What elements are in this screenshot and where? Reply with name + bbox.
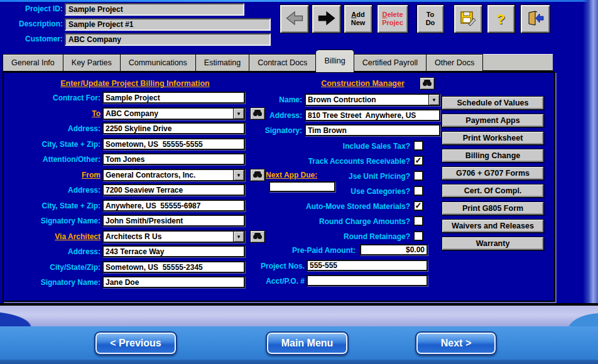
use-unit-pricing-checkbox[interactable] [413,171,423,181]
tab-communications[interactable]: Communications [121,54,196,72]
acct-po-input[interactable] [307,275,428,286]
project-id-label: Project ID: [5,4,63,13]
billing-change-button[interactable]: Billing Change [442,149,544,163]
to-combo-input[interactable] [104,109,233,119]
tab-certified-payroll[interactable]: Certified Payroll [354,54,427,72]
architect-signatory-name-input[interactable] [102,276,245,288]
tab-bar: General Info Key Parties Communications … [3,54,483,72]
via-architect-link-label[interactable]: Via Architect [6,232,101,241]
tab-other-docs[interactable]: Other Docs [427,54,483,72]
via-architect-combo-input[interactable] [104,232,233,242]
help-icon: ? [497,15,505,23]
to-combo[interactable]: ▼ [102,107,245,120]
round-charge-amounts-label: Round Charge Amounts? [264,217,410,226]
description-label: Description: [5,19,63,28]
tab-general-info[interactable]: General Info [3,54,63,72]
cert-of-compl-button[interactable]: Cert. Of Compl. [442,184,544,198]
from-combo[interactable]: ▼ [102,169,245,181]
tab-estimating[interactable]: Estimating [196,54,249,72]
tab-contract-docs[interactable]: Contract Docs [249,54,316,72]
architect-city-state-zip-input[interactable] [102,261,245,273]
warranty-button[interactable]: Warranty [442,237,544,250]
round-charge-amounts-checkbox[interactable] [413,216,423,226]
cm-name-combo[interactable]: ▼ [305,94,440,106]
architect-address-input[interactable] [102,245,245,257]
app-window: Project ID: Description: Customer: Add N… [0,0,598,364]
back-arrow-icon [285,9,304,29]
cm-address-label: Address: [239,111,302,120]
description-field[interactable] [65,18,271,31]
auto-move-stored-materials-label: Auto-Move Stored Materials? [264,202,410,211]
from-address-input[interactable] [102,184,245,196]
pre-paid-amount-input[interactable] [360,244,428,255]
print-worksheet-button[interactable]: Print Worksheet [442,131,544,145]
to-do-button[interactable]: To Do [416,4,444,33]
architect-city-state-zip-label: City/State/Zip: [6,263,101,272]
print-g805-form-button[interactable]: Print G805 Form [442,201,544,215]
dropdown-arrow-icon[interactable]: ▼ [233,232,244,242]
track-accounts-receivable-checkbox[interactable]: ✓ [413,156,423,166]
add-new-line2: New [351,19,366,27]
schedule-of-values-button[interactable]: Schedule of Values [442,96,544,110]
from-combo-input[interactable] [104,170,233,180]
main-menu-button[interactable]: Main Menu [266,331,349,355]
footer-bottom-strip [0,360,598,364]
delete-project-line2: Projec [382,19,403,27]
cm-signatory-label: Signatory: [239,126,302,135]
auto-move-stored-materials-checkbox[interactable]: ✓ [413,201,423,211]
include-sales-tax-checkbox[interactable] [413,141,423,151]
to-do-line2: Do [426,19,435,27]
to-link-label[interactable]: To [6,109,101,118]
cm-signatory-input[interactable] [305,124,440,136]
g706-g707-forms-button[interactable]: G706 + G707 Forms [442,166,544,180]
project-nos-label: Project Nos. [251,262,305,270]
dropdown-arrow-icon[interactable]: ▼ [428,95,439,105]
from-signatory-name-input[interactable] [102,215,245,227]
from-lookup-button[interactable] [250,169,265,181]
contract-for-input[interactable] [102,92,245,104]
include-sales-tax-label: Include Sales Tax? [264,142,410,151]
tab-billing[interactable]: Billing [316,50,354,72]
tab-key-parties[interactable]: Key Parties [63,54,121,72]
to-address-input[interactable] [102,122,245,134]
top-edge-highlight [0,0,598,2]
footer-curve-decoration [541,306,598,326]
to-city-state-zip-input[interactable] [102,138,245,150]
delete-project-button[interactable]: Delete Projec [377,4,408,33]
from-link-label[interactable]: From [6,171,101,179]
use-categories-checkbox[interactable] [413,186,423,196]
next-record-button[interactable] [312,4,341,33]
customer-label: Customer: [5,35,63,43]
dropdown-arrow-icon[interactable]: ▼ [233,170,244,180]
previous-record-button[interactable] [280,4,309,33]
next-page-button[interactable]: Next > [415,331,497,355]
round-retainage-checkbox[interactable] [413,231,423,241]
add-new-button[interactable]: Add New [344,4,372,33]
attention-other-input[interactable] [102,153,245,165]
architect-address-label: Address: [6,247,101,256]
payment-apps-button[interactable]: Payment Apps [442,114,544,127]
architect-lookup-button[interactable] [250,230,265,243]
exit-button[interactable] [520,4,550,33]
project-nos-input[interactable] [307,260,428,271]
project-id-field[interactable] [65,3,244,16]
from-city-state-zip-input[interactable] [102,200,245,211]
cm-name-combo-input[interactable] [306,95,428,105]
footer-gloss-band [0,306,598,326]
to-city-state-zip-label: City, State + Zip: [6,140,101,149]
round-retainage-label: Round Retainage? [264,232,410,241]
previous-page-button[interactable]: < Previous [94,331,177,355]
via-architect-combo[interactable]: ▼ [102,230,245,243]
exit-door-icon [526,10,544,28]
use-categories-label: Use Categories? [264,187,410,196]
cm-address-input[interactable] [305,109,440,121]
waivers-and-releases-button[interactable]: Waivers and Releases [442,219,544,233]
delete-project-line1: Delete [382,11,403,19]
construction-manager-lookup-button[interactable] [420,77,435,90]
cm-name-label: Name: [239,95,302,104]
add-new-line1: Add [351,11,364,19]
customer-field[interactable] [65,33,271,46]
save-button[interactable] [454,4,482,33]
help-button[interactable]: ? [487,4,515,33]
construction-manager-heading: Construction Manager [311,79,415,88]
